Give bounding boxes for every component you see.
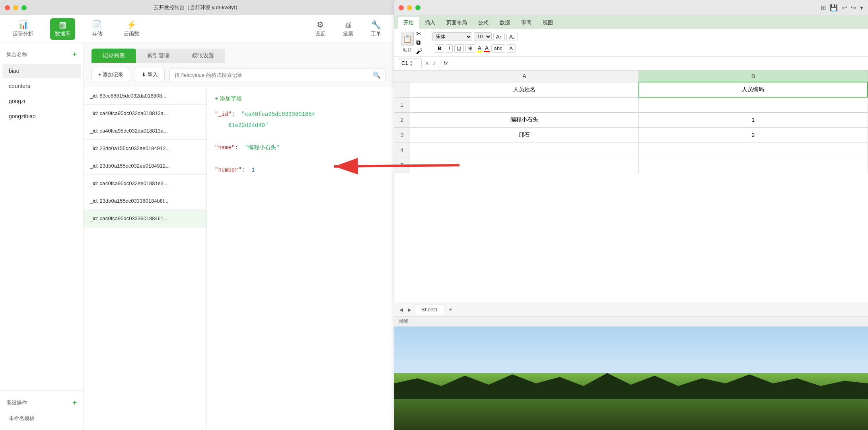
undo-icon[interactable]: ↩	[842, 4, 847, 12]
cell-header-a[interactable]: 人员姓名	[410, 82, 639, 97]
spreadsheet-container[interactable]: A B 人员姓名 人员编码	[394, 70, 868, 303]
font-grow-button[interactable]: A↑	[493, 33, 505, 41]
cell-header-b[interactable]: 人员编码	[639, 82, 868, 97]
sheet-nav-right[interactable]: ▶	[406, 306, 413, 313]
sidebar-item-gongzi[interactable]: gongzi	[2, 94, 81, 108]
advanced-ops-add-icon[interactable]: +	[72, 399, 77, 407]
record-item-5[interactable]: _id: 23db0a155dc032ee0184912...	[84, 157, 206, 175]
cell-5a[interactable]	[410, 158, 639, 173]
fill-color-button[interactable]: A	[477, 45, 483, 52]
ribbon-tab-layout[interactable]: 页面布局	[441, 17, 473, 29]
record-item-3[interactable]: _id: ca40fca95dc032da018813a...	[84, 122, 206, 140]
ribbon-tab-review[interactable]: 审阅	[516, 17, 537, 29]
maximize-button[interactable]	[21, 5, 27, 10]
record-item-2[interactable]: _id: ca40fca95dc032da018813a...	[84, 105, 206, 122]
font-size-select[interactable]: 10	[474, 32, 492, 41]
advanced-ops-item[interactable]: 高级操作 +	[2, 395, 81, 411]
cell-2a[interactable]: 编程小石头	[410, 112, 639, 127]
cell-3a[interactable]: 邱石	[410, 127, 639, 143]
ribbon-tab-insert-label: 插入	[425, 20, 435, 25]
json-id-key: "_id"	[215, 111, 232, 117]
record-item-8[interactable]: _id: ca40fca95dc033360188461...	[84, 210, 206, 227]
font-color-button[interactable]: A	[484, 45, 490, 52]
cell-1b[interactable]	[639, 97, 868, 112]
nav-item-functions[interactable]: ⚡ 云函数	[119, 18, 144, 40]
tab-records[interactable]: 记录列表	[91, 49, 136, 63]
bold-button[interactable]: B	[435, 44, 444, 53]
font-name-select[interactable]: 宋体	[432, 32, 472, 41]
import-button[interactable]: ⬇ 导入	[135, 68, 165, 82]
cell-2b[interactable]: 1	[639, 112, 868, 127]
ribbon-tab-home[interactable]: 开始	[398, 17, 419, 29]
nav-item-workbench[interactable]: 🔧 工单	[366, 18, 386, 40]
minimize-button[interactable]	[13, 5, 18, 10]
cell-4b[interactable]	[639, 143, 868, 158]
database-icon: ▦	[59, 21, 66, 29]
records-list: _id: 83cc88815dc032da018808... _id: ca40…	[84, 87, 207, 430]
cell-3b[interactable]: 2	[639, 127, 868, 143]
copy-button[interactable]: ⧉	[416, 39, 422, 46]
ribbon-tab-insert[interactable]: 插入	[419, 17, 441, 29]
cut-button[interactable]: ✂	[416, 30, 422, 37]
ribbon-tab-view[interactable]: 视图	[537, 17, 559, 29]
font-shrink-button[interactable]: A↓	[506, 33, 518, 41]
sidebar-item-biao[interactable]: biao	[2, 64, 81, 78]
sheet-nav-left[interactable]: ◀	[398, 306, 405, 313]
record-id-3: _id: ca40fca95dc032da018813a...	[90, 128, 168, 134]
confirm-formula-icon[interactable]: ✓	[432, 60, 437, 66]
close-button[interactable]	[5, 5, 10, 10]
cell-1a[interactable]	[410, 97, 639, 112]
record-item-6[interactable]: _id: ca40fca95dc032ee01881e3...	[84, 175, 206, 192]
abc-button[interactable]: abc	[491, 44, 505, 53]
nav-item-analytics[interactable]: 📊 运营分析	[8, 18, 38, 40]
cell-reference-box[interactable]: C1 ▲▼	[398, 59, 422, 68]
table-row: 5	[394, 158, 868, 173]
italic-button[interactable]: I	[446, 44, 453, 53]
add-field-button[interactable]: + 添加字段	[215, 95, 386, 102]
search-input[interactable]	[175, 72, 370, 78]
add-sheet-button[interactable]: +	[446, 305, 454, 314]
more-icon[interactable]: ▾	[860, 4, 863, 12]
a-caps-button[interactable]: A	[507, 44, 516, 53]
sidebar-item-gongzibiao[interactable]: gongzibiao	[2, 109, 81, 123]
col-header-b[interactable]: B	[639, 70, 868, 82]
table-row: 3 邱石 2	[394, 127, 868, 143]
tab-permissions[interactable]: 权限设置	[181, 49, 225, 63]
sidebar-item-counters[interactable]: counters	[2, 79, 81, 93]
nav-item-storage[interactable]: 📄 存储	[87, 18, 107, 40]
excel-close-button[interactable]	[399, 5, 404, 10]
workbench-icon: 🔧	[371, 21, 381, 29]
ribbon-tab-data[interactable]: 数据	[494, 17, 516, 29]
functions-icon: ⚡	[127, 21, 136, 29]
record-item-7[interactable]: _id: 23db0a155dc033360184b8f...	[84, 192, 206, 210]
redo-icon[interactable]: ↪	[851, 4, 856, 12]
table-icon[interactable]: ⊞	[821, 4, 826, 12]
unnamed-template-item[interactable]: 未命名模板	[2, 411, 81, 426]
record-item-1[interactable]: _id: 83cc88815dc032da018808...	[84, 87, 206, 105]
record-id-8: _id: ca40fca95dc033360188461...	[90, 215, 168, 221]
record-id-6: _id: ca40fca95dc032ee01881e3...	[90, 180, 168, 186]
cell-4a[interactable]	[410, 143, 639, 158]
nav-item-invoice[interactable]: 🖨 发票	[338, 18, 358, 40]
tab-index[interactable]: 索引管理	[136, 49, 181, 63]
settings-icon: ⚙	[317, 21, 324, 29]
add-collection-button[interactable]: +	[72, 50, 77, 59]
border-button[interactable]: ⊞	[465, 44, 475, 53]
ribbon-tab-formula[interactable]: 公式	[473, 17, 494, 29]
sheet-tab-1[interactable]: Sheet1	[415, 305, 444, 315]
formula-bar: C1 ▲▼ ✕ ✓ fx	[394, 57, 868, 70]
add-record-button[interactable]: + 添加记录	[91, 68, 130, 82]
nav-item-settings[interactable]: ⚙ 设置	[310, 18, 330, 40]
sidebar-header: 集合名称 +	[0, 47, 83, 63]
underline-button[interactable]: U	[454, 44, 463, 53]
format-painter-button[interactable]: 🖌	[416, 48, 422, 55]
col-header-a[interactable]: A	[410, 70, 639, 82]
excel-minimize-button[interactable]	[407, 5, 412, 10]
save-icon[interactable]: 💾	[830, 4, 838, 12]
cancel-formula-icon[interactable]: ✕	[425, 60, 430, 66]
nav-item-database[interactable]: ▦ 数据库	[50, 18, 75, 40]
cell-5b[interactable]	[639, 158, 868, 173]
excel-maximize-button[interactable]	[415, 5, 420, 10]
main-content: 集合名称 + biao counters gongzi gongzibiao 高…	[0, 43, 394, 430]
record-item-4[interactable]: _id: 23db0a155dc032ee0184912...	[84, 140, 206, 157]
